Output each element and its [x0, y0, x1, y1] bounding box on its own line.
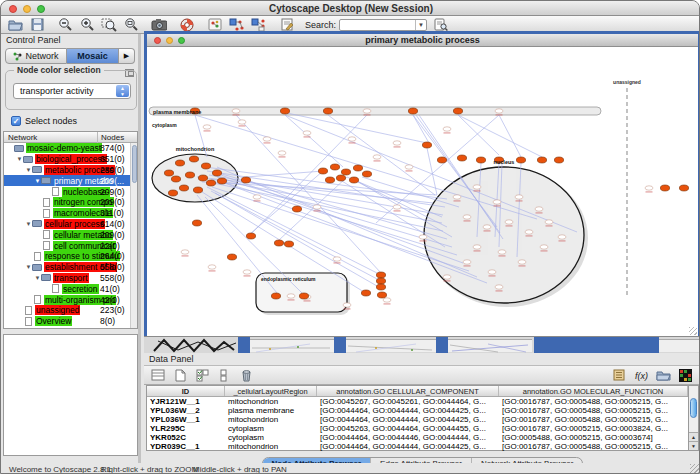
- graph-node-unselected[interactable]: [558, 235, 566, 239]
- graph-edge[interactable]: [202, 182, 437, 195]
- apply-layout-alt-icon[interactable]: [251, 17, 267, 32]
- graph-node-highlighted[interactable]: [241, 177, 250, 183]
- graph-node-highlighted[interactable]: [179, 185, 188, 191]
- table-row[interactable]: YPL036W__2plasma membrane[GO:0044464, GO…: [147, 406, 688, 415]
- graph-node-highlighted[interactable]: [679, 185, 688, 191]
- graph-node-highlighted[interactable]: [349, 177, 358, 183]
- graph-node-unselected[interactable]: [498, 250, 506, 254]
- tab-overflow-arrow[interactable]: ▶: [119, 48, 135, 64]
- attribute-table[interactable]: ID_cellularLayoutRegionannotation.GO CEL…: [146, 385, 689, 451]
- graph-node-unselected[interactable]: [263, 137, 271, 141]
- network-tree-row[interactable]: secretion41(0): [4, 283, 137, 294]
- graph-node-unselected[interactable]: [453, 195, 461, 199]
- graph-node-unselected[interactable]: [495, 285, 503, 289]
- graph-node-unselected[interactable]: [518, 260, 526, 264]
- table-row[interactable]: YJR121W__1mitochondrion[GO:0045267, GO:0…: [147, 397, 688, 406]
- graph-node-unselected[interactable]: [473, 245, 481, 249]
- graph-node-highlighted[interactable]: [437, 157, 446, 163]
- table-row[interactable]: YDR039C__1mitochondrion[GO:0044464, GO:0…: [147, 442, 688, 451]
- network-tree-row[interactable]: Overview8(0): [4, 316, 137, 327]
- graph-node-unselected[interactable]: [373, 155, 381, 159]
- select-nodes-checkbox[interactable]: ✓: [11, 116, 21, 126]
- graph-node-unselected[interactable]: [405, 165, 413, 169]
- graph-node-unselected[interactable]: [238, 120, 246, 124]
- graph-edge[interactable]: [195, 115, 537, 219]
- network-tree-row[interactable]: multi-organism pro42(0): [4, 294, 137, 305]
- graph-node-highlighted[interactable]: [353, 165, 362, 171]
- network-tree-row[interactable]: ▼primary metabo209(...: [4, 175, 137, 186]
- graph-node-unselected[interactable]: [463, 215, 471, 219]
- zoom-fit-content-icon[interactable]: [123, 17, 139, 32]
- graph-node-unselected[interactable]: [515, 195, 523, 199]
- search-input[interactable]: ▼: [339, 19, 427, 31]
- node-color-dropdown[interactable]: transporter activity ▲▼: [13, 83, 131, 99]
- graph-node-highlighted[interactable]: [175, 160, 184, 166]
- graph-node-highlighted[interactable]: [362, 171, 371, 177]
- network-tree-row[interactable]: ▼metabolic process280(0): [4, 165, 137, 176]
- graph-node-unselected[interactable]: [443, 127, 451, 131]
- graph-edge[interactable]: [413, 115, 429, 143]
- tree-expander-icon[interactable]: ▼: [25, 167, 32, 173]
- graph-node-highlighted[interactable]: [376, 278, 385, 284]
- graph-node-unselected[interactable]: [383, 298, 391, 302]
- graph-node-highlighted[interactable]: [193, 187, 202, 193]
- network-tree-row[interactable]: cell communicat22(0): [4, 240, 137, 251]
- network-tree-row[interactable]: ▼biological_process651(0): [4, 154, 137, 165]
- attribute-matrix-icon[interactable]: [677, 368, 693, 383]
- table-row[interactable]: YPL036W__1mitochondrion[GO:0044464, GO:0…: [147, 415, 688, 424]
- table-scrollbar-thumb[interactable]: [690, 398, 697, 418]
- graph-node-unselected[interactable]: [208, 265, 216, 269]
- graph-edge[interactable]: [458, 115, 499, 155]
- apply-layout-icon[interactable]: [229, 17, 245, 32]
- graph-node-unselected[interactable]: [232, 109, 240, 113]
- tree-expander-icon[interactable]: ▼: [25, 221, 32, 227]
- graph-node-highlighted[interactable]: [198, 175, 207, 181]
- tree-expander-icon[interactable]: ▼: [16, 156, 23, 162]
- zoom-in-icon[interactable]: [79, 17, 95, 32]
- background-window-edge[interactable]: [534, 337, 659, 354]
- network-view-window[interactable]: primary metabolic process plasma me: [144, 31, 700, 336]
- table-row[interactable]: YKR052Ccytoplasm[GO:0044464, GO:0044446,…: [147, 433, 688, 442]
- select-attributes-icon[interactable]: [194, 368, 210, 383]
- graph-node-unselected[interactable]: [545, 220, 553, 224]
- graph-node-highlighted[interactable]: [476, 157, 485, 163]
- scroll-down-icon[interactable]: ▼: [689, 441, 698, 450]
- new-attribute-icon[interactable]: [172, 368, 188, 383]
- graph-node-unselected[interactable]: [473, 185, 481, 189]
- window-resize-grip[interactable]: [690, 464, 699, 473]
- view-resize-grip[interactable]: [689, 327, 697, 335]
- advanced-search-icon[interactable]: [433, 17, 449, 32]
- network-tree-row[interactable]: cellular metabo209(0): [4, 229, 137, 240]
- tab-network[interactable]: Network: [5, 48, 67, 64]
- annotation-icon[interactable]: [279, 17, 295, 32]
- graph-node-highlighted[interactable]: [537, 157, 546, 163]
- graph-node-unselected[interactable]: [463, 260, 471, 264]
- graph-node-unselected[interactable]: [505, 220, 513, 224]
- graph-edge[interactable]: [251, 171, 323, 233]
- graph-node-highlighted[interactable]: [336, 175, 345, 181]
- graph-node-highlighted[interactable]: [660, 185, 669, 191]
- graph-node-unselected[interactable]: [243, 270, 251, 274]
- attribute-editor-icon[interactable]: [611, 368, 627, 383]
- graph-node-highlighted[interactable]: [330, 164, 339, 170]
- graph-node-unselected[interactable]: [303, 131, 311, 135]
- graph-node-highlighted[interactable]: [212, 170, 221, 176]
- tree-expander-icon[interactable]: ▼: [34, 178, 41, 184]
- graph-node-unselected[interactable]: [253, 195, 261, 199]
- network-tree-row[interactable]: response to stimulu264(0): [4, 251, 137, 262]
- network-tree-row[interactable]: ▼establishment of lo558(0): [4, 262, 137, 273]
- graph-node-unselected[interactable]: [488, 270, 496, 274]
- network-tree-row[interactable]: ▼cellular process614(0): [4, 219, 137, 230]
- graph-node-unselected[interactable]: [443, 275, 451, 279]
- network-tree-row[interactable]: mosaic-demo-yeast874(0): [4, 143, 137, 154]
- graph-node-unselected[interactable]: [535, 207, 543, 211]
- graph-node-unselected[interactable]: [363, 109, 371, 113]
- graph-node-unselected[interactable]: [493, 200, 501, 204]
- network-tree-row[interactable]: nitrogen compo209(0): [4, 197, 137, 208]
- graph-node-highlighted[interactable]: [376, 284, 385, 290]
- graph-node-highlighted[interactable]: [341, 169, 350, 175]
- table-column-header[interactable]: annotation.GO CELLULAR_COMPONENT: [317, 386, 499, 396]
- graph-node-highlighted[interactable]: [192, 220, 201, 226]
- graph-node-unselected[interactable]: [540, 245, 548, 249]
- vizmapper-icon[interactable]: [207, 17, 223, 32]
